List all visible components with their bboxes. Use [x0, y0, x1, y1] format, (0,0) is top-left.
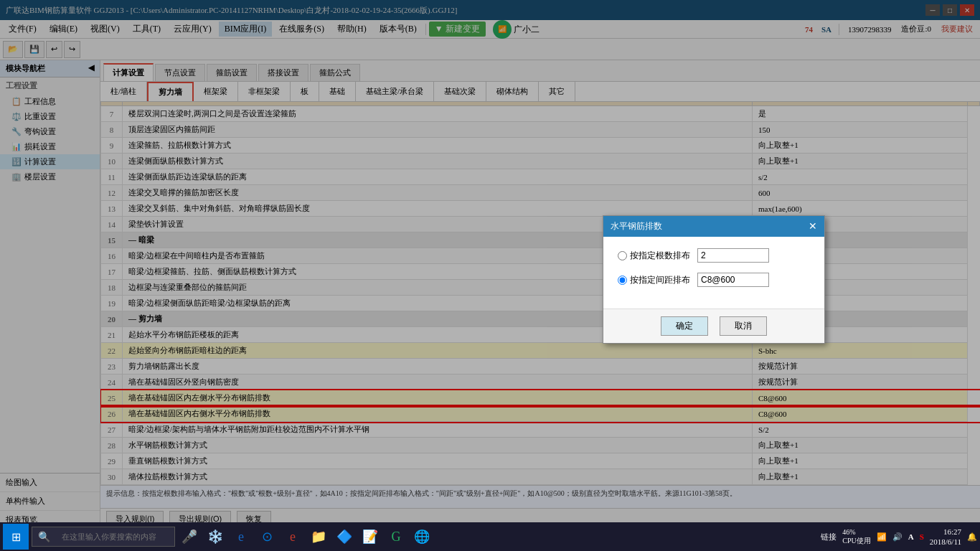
taskbar-volume: 🔊 [892, 532, 903, 542]
taskbar-ie[interactable]: e [230, 525, 253, 548]
taskbar-app2[interactable]: 🔷 [333, 525, 356, 548]
modal-footer: 确定 取消 [603, 309, 824, 343]
taskbar-ime-s: S [920, 532, 924, 541]
modal-title-bar: 水平钢筋排数 ✕ [603, 216, 824, 237]
modal-overlay: 水平钢筋排数 ✕ 按指定根数排布 按指定间距排布 确定 取消 [0, 0, 980, 551]
modal-input-root-count[interactable] [697, 248, 769, 263]
taskbar-app3[interactable]: 📝 [359, 525, 382, 548]
taskbar-search-input[interactable] [55, 527, 169, 547]
taskbar-ime-a: A [908, 532, 914, 541]
taskbar-app1[interactable]: ❄️ [204, 525, 227, 548]
modal-ok-button[interactable]: 确定 [661, 316, 708, 336]
taskbar-folder[interactable]: 📁 [307, 525, 330, 548]
taskbar-notification[interactable]: 🔔 [967, 532, 977, 542]
taskbar-microphone[interactable]: 🎤 [178, 525, 201, 548]
taskbar-edge[interactable]: ⊙ [255, 525, 278, 548]
taskbar-app5[interactable]: 🌐 [410, 525, 433, 548]
start-button[interactable]: ⊞ [3, 524, 29, 550]
modal-close-button[interactable]: ✕ [809, 220, 817, 232]
modal-input-spacing[interactable] [697, 273, 769, 287]
modal-body: 按指定根数排布 按指定间距排布 [603, 237, 824, 309]
modal-cancel-button[interactable]: 取消 [720, 316, 767, 336]
taskbar-right: 链接 46% CPU使用 📶 🔊 A S 16:27 2018/6/11 🔔 [821, 527, 977, 547]
taskbar-wifi: 📶 [877, 532, 887, 542]
taskbar-link-status: 链接 [821, 532, 837, 542]
taskbar-ie2[interactable]: e [281, 525, 304, 548]
taskbar: ⊞ 🔍 🎤 ❄️ e ⊙ e 📁 🔷 📝 G 🌐 链接 46% CPU使用 📶 … [0, 522, 980, 551]
taskbar-cpu: 46% CPU使用 [842, 528, 870, 546]
taskbar-app4[interactable]: G [385, 525, 407, 548]
modal-radio-root-count[interactable] [618, 251, 627, 260]
modal-row-root-count: 按指定根数排布 [618, 248, 810, 263]
search-icon: 🔍 [38, 531, 50, 543]
modal-row-spacing: 按指定间距排布 [618, 273, 810, 287]
modal-dialog: 水平钢筋排数 ✕ 按指定根数排布 按指定间距排布 确定 取消 [603, 215, 825, 344]
modal-radio-spacing-label: 按指定间距排布 [618, 274, 690, 286]
taskbar-time: 16:27 2018/6/11 [930, 527, 961, 547]
taskbar-search-box[interactable]: 🔍 [32, 527, 175, 547]
modal-title-text: 水平钢筋排数 [611, 220, 662, 232]
modal-radio-root-count-label: 按指定根数排布 [618, 250, 690, 262]
modal-radio-spacing[interactable] [618, 276, 627, 285]
